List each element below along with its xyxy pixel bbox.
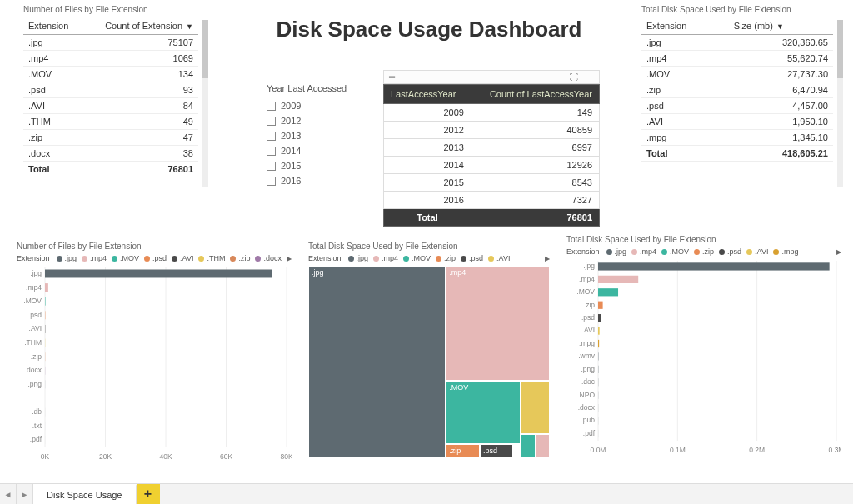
tab-nav-prev[interactable]: ◄ [0,484,17,504]
slicer-item[interactable]: 2014 [267,143,375,158]
total-value: 76801 [82,162,198,177]
svg-text:0K: 0K [41,452,50,461]
more-options-icon[interactable]: ⋯ [586,72,594,82]
col-count[interactable]: Count of Extension▼ [82,17,198,35]
treemap-cell[interactable] [536,434,550,457]
legend-item[interactable]: .jpg [348,254,369,262]
files-by-extension-barchart[interactable]: Number of Files by File Extension Extens… [17,242,292,464]
treemap-cell[interactable]: .zip [446,444,480,457]
table-row[interactable]: 20136997 [384,139,600,157]
tab-nav-next[interactable]: ► [17,484,33,504]
svg-text:.jpg: .jpg [583,262,595,270]
table-row[interactable]: .THM49 [23,114,198,130]
table-row[interactable]: .psd93 [23,82,198,98]
col-extension[interactable]: Extension [23,17,82,35]
table-row[interactable]: .mp455,620.74 [641,51,833,67]
legend-item[interactable]: .THM [198,254,225,262]
diskspace-by-extension-barchart[interactable]: Total Disk Space Used by File Extension … [566,235,841,457]
table-row[interactable]: .jpg75107 [23,35,198,51]
table-row[interactable]: .mpg1,345.10 [641,130,833,146]
legend-item[interactable]: .AVI [488,254,510,262]
legend-item[interactable]: .AVI [746,247,768,256]
table-row[interactable]: .AVI1,950.10 [641,114,833,130]
treemap-cell[interactable] [521,434,535,457]
table-row[interactable]: 20158543 [384,174,600,192]
table-row[interactable]: .zip47 [23,130,198,146]
treemap-cell[interactable]: .mp4 [446,266,550,381]
col-size[interactable]: Size (mb)▼ [729,17,833,35]
legend-item[interactable]: .jpg [606,247,627,256]
legend-item[interactable]: .psd [719,247,741,256]
table-row[interactable]: 201412926 [384,157,600,174]
table-row[interactable]: .AVI84 [23,98,198,114]
sort-desc-icon: ▼ [776,22,784,31]
col-count-lastaccessyear[interactable]: Count of LastAccessYear [471,85,599,104]
treemap-cell[interactable]: .jpg [308,266,446,457]
viz-toolbar: ═ ⛶ ⋯ [383,70,600,84]
scrollbar[interactable] [837,20,843,187]
slicer-item[interactable]: 2012 [267,113,375,128]
svg-text:.MOV: .MOV [23,297,42,305]
year-access-table[interactable]: ═ ⛶ ⋯ LastAccessYear Count of LastAccess… [383,70,600,227]
table-row[interactable]: 20167327 [384,192,600,209]
legend-scroll-right-icon[interactable]: ▶ [545,255,550,262]
legend-item[interactable]: .MOV [112,254,139,262]
legend-item[interactable]: .mp4 [373,254,398,262]
legend-item[interactable]: .MOV [403,254,431,262]
checkbox[interactable] [267,147,276,156]
total-value: 418,605.21 [729,146,833,162]
files-by-extension-table[interactable]: Number of Files by File Extension Extens… [23,5,198,177]
legend-item[interactable]: .mp4 [82,254,107,262]
legend-item[interactable]: .docx [255,254,282,262]
slicer-item[interactable]: 2016 [267,173,375,188]
scrollbar[interactable] [202,20,208,187]
table-row[interactable]: .zip6,470.94 [641,82,833,98]
legend-item[interactable]: .psd [461,254,483,262]
table-row[interactable]: 201240859 [384,122,600,139]
svg-text:.AVI: .AVI [29,324,42,332]
svg-text:.wmv: .wmv [578,352,596,360]
legend-scroll-right-icon[interactable]: ▶ [836,248,841,256]
legend-item[interactable]: .zip [230,254,250,262]
legend-item[interactable]: .mpg [773,247,798,256]
table-row[interactable]: .psd4,457.00 [641,98,833,114]
legend-item[interactable]: .MOV [661,247,689,256]
slicer-item[interactable]: 2015 [267,158,375,173]
focus-mode-icon[interactable]: ⛶ [570,72,578,82]
tab-disk-space-usage[interactable]: Disk Space Usage [33,484,137,504]
table-row[interactable]: .docx38 [23,146,198,162]
checkbox[interactable] [267,102,276,111]
col-extension[interactable]: Extension [641,17,729,35]
legend-item[interactable]: .jpg [57,254,77,262]
checkbox[interactable] [267,132,276,141]
treemap-cell[interactable]: .MOV [446,381,521,444]
year-slicer[interactable]: Year Last Accessed 200920122013201420152… [267,83,375,188]
table-row[interactable]: .MOV27,737.30 [641,67,833,82]
table-row[interactable]: .mp41069 [23,51,198,67]
diskspace-by-extension-table[interactable]: Total Disk Space Used by File Extension … [641,5,833,162]
slicer-item[interactable]: 2009 [267,98,375,113]
svg-text:.docx: .docx [578,403,596,412]
slicer-item[interactable]: 2013 [267,128,375,143]
legend-scroll-right-icon[interactable]: ▶ [287,255,292,262]
diskspace-treemap[interactable]: Total Disk Space Used by File Extension … [308,242,550,457]
viz-title: Total Disk Space Used by File Extension [566,235,841,244]
checkbox[interactable] [267,162,276,171]
legend-item[interactable]: .zip [694,247,714,256]
treemap-cell[interactable]: .psd [480,444,514,457]
legend-item[interactable]: .zip [436,254,456,262]
checkbox[interactable] [267,177,276,186]
table-row[interactable]: .MOV134 [23,67,198,82]
legend-item[interactable]: .psd [144,254,167,262]
legend-item[interactable]: .mp4 [631,247,656,256]
legend-item[interactable]: .AVI [172,254,193,262]
treemap-cell[interactable] [521,381,550,434]
drag-handle-icon[interactable]: ═ [389,72,395,82]
svg-text:0.1M: 0.1M [670,446,686,454]
checkbox[interactable] [267,117,276,126]
table-row[interactable]: 2009149 [384,104,600,122]
table-row[interactable]: .jpg320,360.65 [641,35,833,51]
svg-text:.pdf: .pdf [583,429,596,437]
add-tab-button[interactable]: + [137,484,160,504]
col-lastaccessyear[interactable]: LastAccessYear [384,85,471,104]
